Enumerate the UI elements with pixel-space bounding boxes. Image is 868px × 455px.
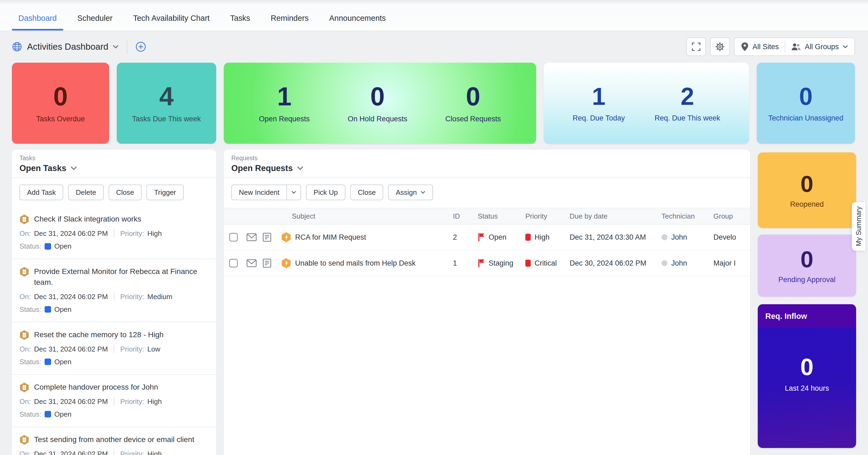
task-date: Dec 31, 2024 06:02 PM	[34, 450, 108, 455]
dashboard-selector-caret[interactable]	[113, 45, 119, 48]
request-row[interactable]: Unable to send mails from Help Desk 1 St…	[224, 251, 750, 277]
open-status-swatch	[44, 359, 51, 365]
task-item[interactable]: Reset the cache memory to 128 - High On:…	[12, 322, 216, 374]
divider	[127, 40, 127, 54]
card-req-inflow[interactable]: Req. Inflow 0 Last 24 hours	[758, 304, 856, 448]
request-id: 2	[453, 233, 478, 241]
task-icon	[20, 382, 29, 393]
priority-swatch	[525, 234, 531, 241]
request-technician: John	[671, 259, 687, 267]
col-group: Group	[713, 212, 750, 221]
tab-tech-availability-chart[interactable]: Tech Availability Chart	[126, 6, 216, 31]
task-icon	[20, 435, 29, 445]
requests-view-selector[interactable]: Open Requests	[231, 163, 743, 173]
my-summary-tab[interactable]: My Summary	[852, 202, 865, 251]
trigger-task-button[interactable]: Trigger	[147, 185, 184, 200]
request-subject[interactable]: RCA for MIM Request	[295, 233, 366, 241]
tasks-overdue-value: 0	[53, 84, 67, 109]
req-due-today-label: Req. Due Today	[572, 114, 625, 122]
on-label: On:	[20, 450, 31, 455]
tab-scheduler[interactable]: Scheduler	[71, 6, 119, 31]
col-due-by-date: Due by date	[570, 212, 661, 221]
new-incident-split-button: New Incident	[231, 185, 301, 200]
divider	[114, 450, 114, 455]
card-technician-unassigned[interactable]: 0 Technician Unassigned	[757, 63, 855, 144]
card-tasks-overdue[interactable]: 0 Tasks Overdue	[12, 63, 109, 144]
assign-button[interactable]: Assign	[388, 185, 433, 200]
task-date: Dec 31, 2024 06:02 PM	[34, 293, 108, 301]
tasks-overdue-label: Tasks Overdue	[36, 115, 85, 123]
task-status: Open	[54, 410, 72, 419]
divider	[114, 230, 114, 238]
task-date: Dec 31, 2024 06:02 PM	[34, 397, 108, 406]
col-id: ID	[453, 212, 478, 221]
card-tasks-due-week[interactable]: 4 Tasks Due This week	[117, 63, 216, 144]
status-flag-icon	[478, 259, 485, 268]
task-title: Complete handover process for John	[34, 382, 158, 393]
tab-dashboard[interactable]: Dashboard	[12, 6, 63, 31]
tab-tasks[interactable]: Tasks	[224, 6, 257, 31]
group-filter[interactable]: All Groups	[791, 43, 848, 51]
page-title: Activities Dashboard	[27, 42, 108, 52]
add-dashboard-button[interactable]	[135, 41, 146, 52]
divider	[114, 345, 114, 353]
req-due-today-value: 1	[592, 84, 606, 109]
open-requests-value: 1	[277, 84, 291, 109]
on-label: On:	[20, 397, 31, 406]
fullscreen-button[interactable]	[686, 38, 706, 56]
priority-label: Priority:	[120, 397, 144, 406]
divider	[114, 397, 114, 405]
row-checkbox[interactable]	[229, 233, 238, 241]
task-status: Open	[54, 242, 72, 251]
card-reopened[interactable]: 0 Reopened	[758, 152, 856, 228]
row-checkbox[interactable]	[229, 259, 238, 267]
close-request-button[interactable]: Close	[350, 185, 383, 200]
req-due-week-value: 2	[681, 84, 694, 109]
request-technician: John	[671, 233, 687, 241]
on-label: On:	[20, 345, 31, 353]
priority-swatch	[525, 260, 531, 267]
task-item[interactable]: Check if Slack integration works On: Dec…	[12, 207, 216, 259]
req-inflow-title: Req. Inflow	[758, 304, 856, 328]
card-pending-approval[interactable]: 0 Pending Approval	[758, 234, 856, 297]
task-item[interactable]: Complete handover process for John On: D…	[12, 374, 216, 427]
task-icon	[20, 214, 29, 225]
chevron-down-icon	[70, 166, 77, 170]
pending-approval-value: 0	[801, 248, 813, 271]
assign-button-label: Assign	[396, 188, 417, 197]
tasks-view-selector[interactable]: Open Tasks	[20, 163, 209, 173]
task-priority: High	[147, 229, 162, 238]
tasks-view-label: Open Tasks	[20, 163, 66, 173]
request-row[interactable]: RCA for MIM Request 2 Open High Dec 31, …	[224, 225, 750, 251]
request-subject[interactable]: Unable to send mails from Help Desk	[295, 259, 415, 267]
people-icon	[791, 43, 801, 51]
divider	[114, 293, 114, 301]
col-priority: Priority	[525, 212, 570, 221]
close-task-button[interactable]: Close	[108, 185, 142, 200]
mail-icon[interactable]	[246, 259, 263, 267]
settings-button[interactable]	[710, 38, 730, 56]
new-incident-button[interactable]: New Incident	[231, 185, 287, 200]
requests-table-header: Subject ID Status Priority Due by date T…	[224, 208, 750, 225]
activities-dashboard-page: Dashboard Scheduler Tech Availability Ch…	[0, 0, 868, 455]
site-filter[interactable]: All Sites	[741, 42, 779, 51]
task-item[interactable]: Test sending from another device or emai…	[12, 427, 216, 455]
notes-icon[interactable]	[263, 259, 281, 268]
tasks-panel: Tasks Open Tasks Add Task Delete Close T…	[12, 150, 216, 455]
tab-announcements[interactable]: Announcements	[323, 6, 392, 31]
request-status: Open	[489, 233, 506, 241]
add-task-button[interactable]: Add Task	[20, 185, 63, 200]
location-pin-icon	[741, 42, 749, 51]
chevron-down-icon	[297, 166, 304, 170]
card-requests-summary[interactable]: 1 Open Requests 0 On Hold Requests 0 Clo…	[224, 63, 536, 144]
card-req-due[interactable]: 1 Req. Due Today 2 Req. Due This week	[544, 63, 749, 144]
delete-task-button[interactable]: Delete	[68, 185, 103, 200]
request-status: Staging	[489, 259, 514, 267]
open-status-swatch	[44, 243, 51, 250]
notes-icon[interactable]	[263, 233, 281, 242]
tab-reminders[interactable]: Reminders	[264, 6, 315, 31]
task-item[interactable]: Provide External Monitor for Rebecca at …	[12, 259, 216, 322]
mail-icon[interactable]	[246, 233, 263, 241]
new-incident-caret-button[interactable]	[287, 185, 301, 200]
pick-up-button[interactable]: Pick Up	[306, 185, 345, 200]
